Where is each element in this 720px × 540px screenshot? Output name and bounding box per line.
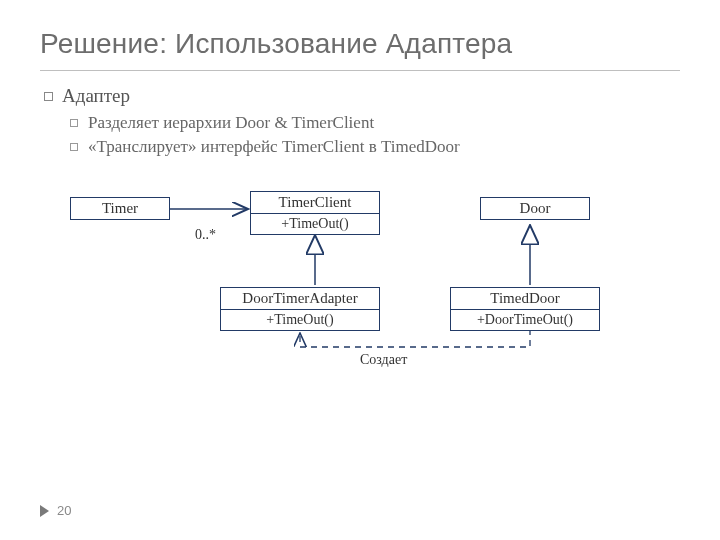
class-timerclient-method: +TimeOut()	[251, 214, 379, 234]
page-number: 20	[57, 503, 71, 518]
class-timeddoor: TimedDoor +DoorTimeOut()	[450, 287, 600, 331]
bullet-sub-1: Разделяет иерархии Door & TimerClient	[68, 113, 680, 133]
association-multiplicity: 0..*	[195, 227, 216, 243]
slide-footer: 20	[40, 503, 71, 518]
class-adapter-method: +TimeOut()	[221, 310, 379, 330]
dependency-label-creates: Создает	[360, 352, 407, 368]
class-door-name: Door	[481, 198, 589, 219]
class-adapter-name: DoorTimerAdapter	[221, 288, 379, 309]
bullet-list: Адаптер Разделяет иерархии Door & TimerC…	[40, 85, 680, 157]
class-timeddoor-method: +DoorTimeOut()	[451, 310, 599, 330]
class-timer: Timer	[70, 197, 170, 220]
class-timer-name: Timer	[71, 198, 169, 219]
page-title: Решение: Использование Адаптера	[40, 28, 680, 60]
class-doortimeradapter: DoorTimerAdapter +TimeOut()	[220, 287, 380, 331]
class-timeddoor-name: TimedDoor	[451, 288, 599, 309]
footer-play-icon	[40, 505, 49, 517]
title-divider	[40, 70, 680, 71]
class-door: Door	[480, 197, 590, 220]
uml-diagram: Timer TimerClient +TimeOut() Door DoorTi…	[40, 177, 680, 417]
bullet-sublist: Разделяет иерархии Door & TimerClient «Т…	[68, 113, 680, 157]
bullet-sub-2: «Транслирует» интерфейс TimerClient в Ti…	[68, 137, 680, 157]
class-timerclient: TimerClient +TimeOut()	[250, 191, 380, 235]
bullet-main: Адаптер	[40, 85, 680, 107]
class-timerclient-name: TimerClient	[251, 192, 379, 213]
